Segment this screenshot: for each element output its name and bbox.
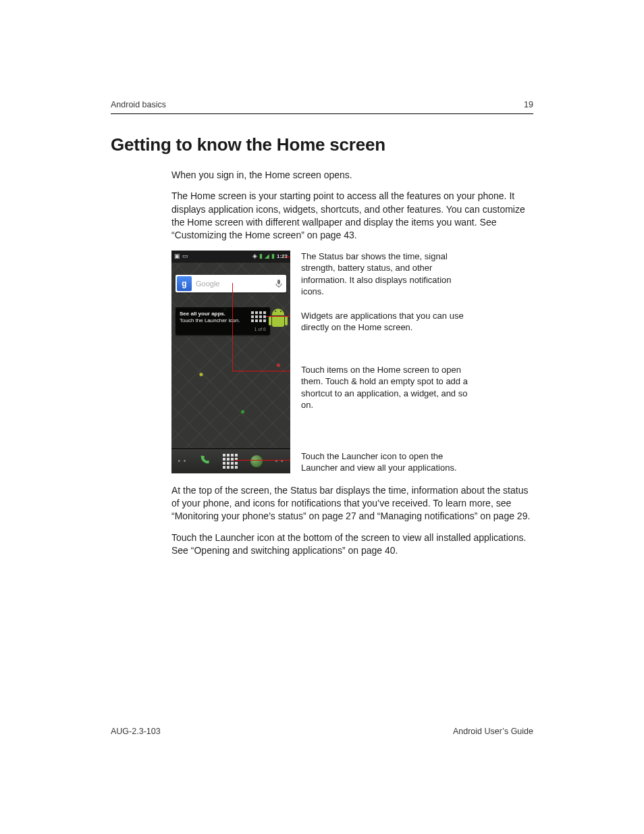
android-mascot-icon — [269, 309, 288, 332]
browser-icon — [250, 455, 263, 467]
page-number: 19 — [524, 100, 533, 109]
callout-widgets: Widgets are applications that you can us… — [301, 310, 477, 334]
callout-leader — [232, 283, 233, 371]
phone-screenshot: ▣ ▭ ◈ ▮ ◢ ▮ 1:23 g Google See all your a… — [171, 251, 290, 473]
callout-leader — [266, 316, 290, 317]
svg-rect-0 — [277, 280, 280, 284]
signal-icon: ◢ — [265, 253, 269, 259]
after-p2: Touch the Launcher icon at the bottom of… — [171, 531, 533, 558]
document-page: Android basics 19 Getting to know the Ho… — [0, 0, 644, 834]
running-header: Android basics 19 — [111, 100, 533, 114]
doc-title: Android User’s Guide — [453, 727, 533, 736]
running-footer: AUG-2.3-103 Android User’s Guide — [111, 727, 533, 736]
notification-icon: ▭ — [182, 253, 188, 259]
apps-grid-icon — [251, 311, 266, 322]
intro-p1: When you sign in, the Home screen opens. — [171, 169, 533, 182]
dock-indicator-left: • • — [178, 457, 186, 465]
callout-column: The Status bar shows the time, signal st… — [301, 251, 477, 473]
callout-leader — [232, 371, 290, 371]
figure: ▣ ▭ ◈ ▮ ◢ ▮ 1:23 g Google See all your a… — [171, 251, 533, 473]
google-icon: g — [177, 276, 192, 291]
phone-icon — [199, 454, 210, 468]
after-block: At the top of the screen, the Status bar… — [171, 484, 533, 558]
dock-indicator-right: • • — [275, 457, 284, 465]
battery-icon: ▮ — [271, 253, 275, 259]
intro-p2: The Home screen is your starting point t… — [171, 190, 533, 242]
callout-leader — [285, 257, 290, 257]
callout-leader — [234, 460, 290, 461]
notification-icon: ▣ — [174, 253, 180, 259]
after-p1: At the top of the screen, the Status bar… — [171, 484, 533, 523]
intro-block: When you sign in, the Home screen opens.… — [171, 169, 533, 242]
tips-widget: See all your apps. Touch the Launcher ic… — [176, 307, 270, 335]
gps-icon: ◈ — [252, 253, 257, 259]
mic-icon — [271, 279, 286, 288]
callout-launcher: Touch the Launcher icon to open the Laun… — [301, 450, 477, 474]
callout-touch: Touch items on the Home screen to open t… — [301, 364, 477, 411]
page-title: Getting to know the Home screen — [111, 134, 533, 155]
section-name: Android basics — [111, 100, 166, 109]
tip-counter: 1 of 6 — [254, 327, 266, 333]
data-icon: ▮ — [259, 253, 263, 259]
status-bar: ▣ ▭ ◈ ▮ ◢ ▮ 1:23 — [171, 251, 290, 263]
launcher-icon — [223, 454, 238, 469]
search-widget: g Google — [176, 275, 286, 292]
callout-status: The Status bar shows the time, signal st… — [301, 251, 477, 298]
dock: • • • • — [171, 448, 290, 473]
doc-code: AUG-2.3-103 — [111, 727, 161, 736]
